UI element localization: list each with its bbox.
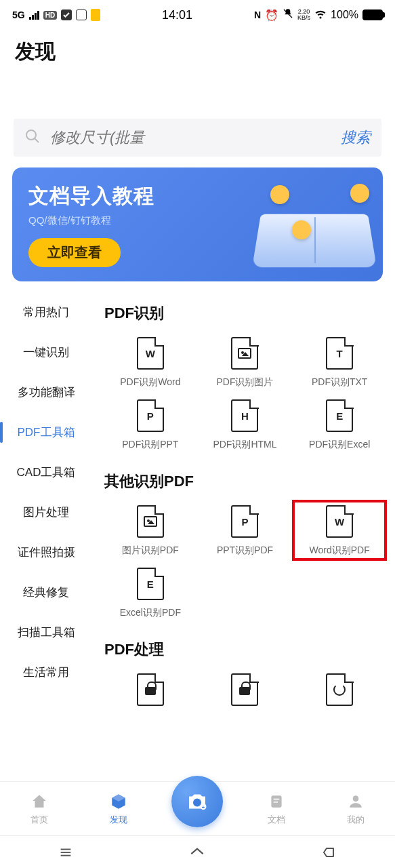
document-icon [326,673,353,706]
tool-label: PDF识别Excel [309,439,370,451]
tool-label: PDF识别PPT [122,439,178,451]
nav-discover[interactable]: 发现 [79,782,159,835]
tool-label: Excel识别PDF [120,607,181,619]
tool-label: PDF识别TXT [312,376,367,389]
section-title: PDF处理 [104,639,386,660]
signal-icon [29,11,39,20]
tool-item[interactable]: HPDF识别HTML [199,395,291,454]
svg-text:+: + [202,804,205,810]
document-icon: H [231,399,258,432]
tool-label: PDF识别HTML [213,439,276,451]
cube-icon [109,792,128,811]
sidebar-item[interactable]: 扫描工具箱 [0,612,92,652]
battery-percent: 100% [331,9,358,21]
sidebar-item[interactable]: 证件照拍摄 [0,532,92,572]
document-icon: P [231,505,258,538]
tool-label: Word识别PDF [310,545,370,557]
camera-fab[interactable]: + [171,776,223,827]
svg-point-9 [352,795,358,802]
hd-badge: HD [43,11,57,20]
data-speed: 2.20 KB/s [297,9,310,21]
search-bar[interactable]: 搜索 [14,119,381,157]
tool-item[interactable] [104,669,196,715]
sidebar-item[interactable]: 图片处理 [0,492,92,532]
tool-item[interactable]: TPDF识别TXT [293,333,386,391]
document-icon [267,792,286,811]
app-badge-icon [76,9,87,20]
sidebar-item[interactable]: 一键识别 [0,332,92,372]
profile-icon [346,792,365,811]
tool-item[interactable]: PDF识别图片 [199,333,291,391]
document-icon: P [137,399,164,432]
tool-item[interactable] [293,669,386,715]
clock: 14:01 [162,8,192,22]
document-icon: T [326,337,353,370]
sidebar-item[interactable]: 多功能翻译 [0,372,92,412]
alarm-icon: ⏰ [265,9,278,22]
document-icon [137,673,164,706]
section-title: PDF识别 [104,303,386,323]
check-badge-icon [61,9,72,20]
category-sidebar: 常用热门一键识别多功能翻译PDF工具箱CAD工具箱图片处理证件照拍摄经典修复扫描… [0,292,92,747]
tool-label: PPT识别PDF [217,545,273,557]
tutorial-banner[interactable]: 文档导入教程 QQ/微信/钉钉教程 立即查看 [12,167,383,281]
section-title: 其他识别PDF [104,471,386,492]
document-icon [137,505,164,538]
svg-rect-8 [274,802,278,803]
search-input[interactable] [50,129,341,146]
tool-grid-area: PDF识别WPDF识别WordPDF识别图片TPDF识别TXTPPDF识别PPT… [92,292,395,747]
sidebar-item[interactable]: 生活常用 [0,652,92,692]
search-icon [24,128,41,147]
tool-item[interactable]: EPDF识别Excel [293,395,386,454]
status-bar: 5G HD 14:01 N ⏰ 2.20 KB/s 100% [0,0,395,30]
tool-item[interactable]: WPDF识别Word [104,333,196,391]
sidebar-item[interactable]: CAD工具箱 [0,452,92,492]
wifi-icon [314,7,327,22]
recent-apps-button[interactable] [57,844,75,861]
nav-profile[interactable]: 我的 [316,782,395,835]
sidebar-item[interactable]: 常用热门 [0,292,92,332]
document-icon [231,673,258,706]
mute-icon [283,8,293,22]
back-button[interactable] [320,844,338,861]
tool-item[interactable] [199,669,291,715]
nav-home[interactable]: 首页 [0,782,79,835]
sidebar-item[interactable]: 经典修复 [0,572,92,612]
battery-icon [362,9,383,20]
document-icon: W [326,505,353,538]
tool-item[interactable]: 图片识别PDF [104,501,196,559]
system-nav-bar [0,835,395,868]
search-button[interactable]: 搜索 [341,127,371,148]
document-icon: W [137,337,164,370]
sidebar-item[interactable]: PDF工具箱 [0,412,92,452]
tool-item[interactable]: PPPT识别PDF [199,501,291,559]
nfc-icon: N [254,9,261,20]
svg-point-1 [26,130,36,140]
yellow-badge-icon [91,9,100,21]
bottom-nav: 首页 发现 + 文档 我的 [0,781,395,835]
page-title: 发现 [0,30,395,71]
tool-label: PDF识别图片 [216,376,273,389]
tool-label: PDF识别Word [120,376,180,389]
document-icon: E [326,399,353,432]
svg-line-2 [35,138,39,142]
tool-label: 图片识别PDF [122,545,179,557]
svg-point-3 [193,798,201,806]
document-icon: E [137,568,164,600]
nav-camera[interactable]: + [158,782,237,835]
home-button[interactable] [188,844,206,861]
tool-item[interactable]: WWord识别PDF [293,501,386,559]
banner-cta-button[interactable]: 立即查看 [28,238,121,267]
svg-rect-7 [274,798,280,800]
home-icon [30,792,49,811]
banner-illustration [243,181,372,269]
document-icon [231,337,258,370]
tool-item[interactable]: EExcel识别PDF [104,564,196,622]
nav-documents[interactable]: 文档 [237,782,316,835]
network-label: 5G [12,9,25,20]
tool-item[interactable]: PPDF识别PPT [104,395,196,454]
